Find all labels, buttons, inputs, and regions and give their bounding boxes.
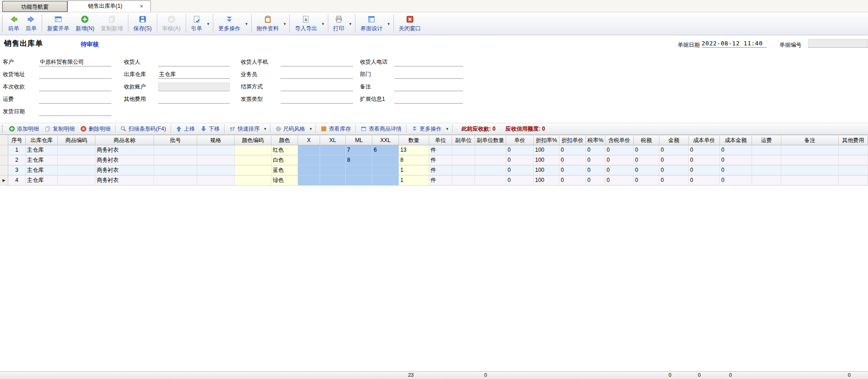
cell-seq[interactable]: 3 bbox=[8, 165, 26, 176]
cell-tax_rate[interactable]: 0 bbox=[586, 155, 605, 165]
cell-other_fee[interactable] bbox=[839, 176, 868, 186]
size-style-dropdown-arrow[interactable]: ▾ bbox=[308, 126, 314, 131]
close-window-button[interactable]: 关闭窗口 bbox=[396, 14, 424, 33]
cell-qty[interactable]: 1 bbox=[399, 176, 429, 186]
cell-color_code[interactable] bbox=[235, 145, 271, 155]
cell-discount_rate[interactable]: 100 bbox=[534, 176, 559, 186]
cell-xl[interactable] bbox=[320, 165, 346, 176]
col-header-color[interactable]: 颜色 bbox=[271, 135, 298, 145]
cell-warehouse[interactable]: 主仓库 bbox=[26, 155, 58, 165]
cell-tax_price[interactable]: 0 bbox=[605, 176, 634, 186]
cell-aux_qty[interactable] bbox=[475, 155, 506, 165]
cell-discount_price[interactable]: 0 bbox=[559, 155, 586, 165]
cell-xl[interactable] bbox=[320, 145, 346, 155]
col-header-spec[interactable]: 规格 bbox=[197, 135, 235, 145]
ext-info1-field[interactable] bbox=[394, 95, 463, 104]
new-button[interactable]: 新增(N) bbox=[72, 14, 98, 33]
cell-remark[interactable] bbox=[781, 165, 839, 176]
cell-tax_rate[interactable]: 0 bbox=[586, 176, 605, 186]
scan-barcode-button[interactable]: 扫描条形码(F4) bbox=[117, 125, 169, 133]
cell-xl[interactable] bbox=[320, 155, 346, 165]
cell-tax[interactable]: 0 bbox=[634, 155, 659, 165]
cell-color_code[interactable] bbox=[235, 165, 271, 176]
cell-price[interactable]: 0 bbox=[506, 145, 534, 155]
ref-order-button[interactable]: 引单 bbox=[188, 14, 205, 33]
cell-remark[interactable] bbox=[781, 145, 839, 155]
copy-detail-button[interactable]: 复制明细 bbox=[42, 125, 77, 133]
cell-tax_rate[interactable]: 0 bbox=[586, 145, 605, 155]
print-dropdown-arrow[interactable]: ▾ bbox=[348, 22, 354, 26]
cell-warehouse[interactable]: 主仓库 bbox=[26, 165, 58, 176]
cell-spec[interactable] bbox=[197, 155, 235, 165]
cell-batch[interactable] bbox=[154, 145, 197, 155]
cell-code[interactable] bbox=[58, 165, 95, 176]
cell-seq[interactable]: 4 bbox=[8, 176, 26, 186]
order-no-field[interactable] bbox=[808, 39, 868, 48]
move-down-button[interactable]: 下移 bbox=[198, 125, 222, 133]
cell-freight[interactable] bbox=[752, 145, 781, 155]
cell-tax_price[interactable]: 0 bbox=[605, 165, 634, 176]
cell-color[interactable]: 白色 bbox=[271, 155, 298, 165]
delete-detail-button[interactable]: 删除明细 bbox=[77, 125, 113, 133]
cell-qty[interactable]: 8 bbox=[399, 155, 429, 165]
cell-discount_rate[interactable]: 100 bbox=[534, 155, 559, 165]
more-ops-dropdown-arrow[interactable]: ▾ bbox=[444, 126, 450, 131]
cell-cost_amount[interactable]: 0 bbox=[720, 145, 752, 155]
col-header-unit[interactable]: 单位 bbox=[429, 135, 452, 145]
cell-name[interactable]: 商务衬衣 bbox=[95, 145, 154, 155]
cell-amount[interactable]: 0 bbox=[659, 176, 689, 186]
col-header-batch[interactable]: 批号 bbox=[154, 135, 197, 145]
attachments-dropdown-arrow[interactable]: ▾ bbox=[282, 22, 288, 26]
cell-spec[interactable] bbox=[197, 176, 235, 186]
cell-spec[interactable] bbox=[197, 145, 235, 155]
cell-amount[interactable]: 0 bbox=[659, 145, 689, 155]
col-header-qty[interactable]: 数量 bbox=[399, 135, 429, 145]
cell-color_code[interactable] bbox=[235, 176, 271, 186]
consignee-field[interactable] bbox=[158, 58, 230, 66]
ship-date-field[interactable] bbox=[39, 107, 111, 116]
col-header-aux_qty[interactable]: 副单位数量 bbox=[475, 135, 506, 145]
col-header-discount_rate[interactable]: 折扣率% bbox=[534, 135, 559, 145]
cell-warehouse[interactable]: 主仓库 bbox=[26, 176, 58, 186]
cell-name[interactable]: 商务衬衣 bbox=[95, 176, 154, 186]
order-date-value[interactable]: 2022-08-12 11:40 bbox=[702, 40, 767, 48]
more-actions-dropdown-arrow[interactable]: ▾ bbox=[243, 22, 249, 26]
cell-unit[interactable]: 件 bbox=[429, 165, 452, 176]
col-header-xxl[interactable]: XXL bbox=[372, 135, 399, 145]
department-field[interactable] bbox=[394, 70, 463, 79]
cell-tax_price[interactable]: 0 bbox=[605, 145, 634, 155]
cell-tax[interactable]: 0 bbox=[634, 176, 659, 186]
more-ops-button[interactable]: 更多操作 bbox=[409, 125, 444, 133]
col-header-ml[interactable]: ML bbox=[346, 135, 372, 145]
col-header-other_fee[interactable]: 其他费用 bbox=[839, 135, 868, 145]
cell-xxl[interactable] bbox=[372, 155, 399, 165]
remark-field[interactable] bbox=[394, 82, 463, 91]
cell-cost_amount[interactable]: 0 bbox=[720, 165, 752, 176]
cell-price[interactable]: 0 bbox=[506, 155, 534, 165]
cell-discount_price[interactable]: 0 bbox=[559, 176, 586, 186]
cell-name[interactable]: 商务衬衣 bbox=[95, 155, 154, 165]
row-selector[interactable] bbox=[0, 155, 8, 165]
cell-aux_unit[interactable] bbox=[452, 145, 475, 155]
cell-ml[interactable]: 7 bbox=[346, 145, 372, 155]
prev-order-button[interactable]: 前单 bbox=[5, 14, 22, 33]
col-header-code[interactable]: 商品编码 bbox=[58, 135, 95, 145]
ref-order-dropdown-arrow[interactable]: ▾ bbox=[205, 22, 211, 26]
col-header-remark[interactable]: 备注 bbox=[781, 135, 839, 145]
cell-ml[interactable] bbox=[346, 165, 372, 176]
cell-x[interactable] bbox=[298, 176, 320, 186]
view-stock-button[interactable]: 查看库存 bbox=[318, 125, 354, 133]
cell-cost_price[interactable]: 0 bbox=[689, 165, 720, 176]
row-selector[interactable] bbox=[0, 165, 8, 176]
col-header-name[interactable]: 商品名称 bbox=[95, 135, 154, 145]
col-header-seq[interactable]: 序号 bbox=[8, 135, 26, 145]
import-export-dropdown-arrow[interactable]: ▾ bbox=[320, 22, 326, 26]
cell-unit[interactable]: 件 bbox=[429, 176, 452, 186]
print-button[interactable]: 打印 bbox=[330, 14, 348, 33]
customer-field[interactable]: 中原科贸有限公司 bbox=[39, 58, 111, 66]
cell-amount[interactable]: 0 bbox=[659, 165, 689, 176]
consignee-mobile-field[interactable] bbox=[281, 58, 353, 66]
add-detail-button[interactable]: 添加明细 bbox=[6, 125, 42, 133]
ship-address-field[interactable] bbox=[39, 70, 111, 79]
col-header-discount_price[interactable]: 折扣单价 bbox=[559, 135, 586, 145]
